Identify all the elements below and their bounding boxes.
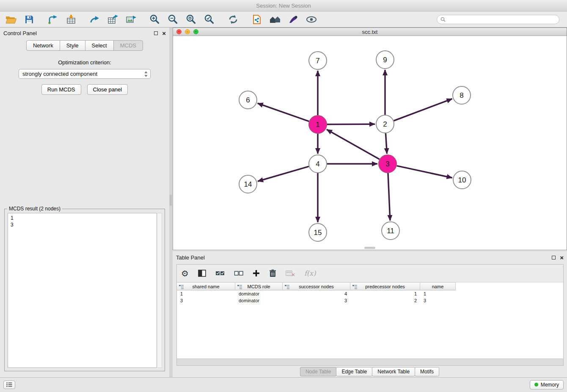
- table-hscrollbar[interactable]: [177, 359, 563, 365]
- network-from-table-icon[interactable]: [104, 13, 122, 26]
- network-window: × – + scc.txt 7968124314101511: [173, 28, 567, 250]
- criterion-value: strongly connected component: [22, 71, 144, 77]
- node-10[interactable]: 10: [453, 171, 471, 189]
- import-network-icon[interactable]: [44, 13, 62, 26]
- canvas-hscrollbar[interactable]: [364, 247, 375, 249]
- create-column-icon[interactable]: [253, 270, 260, 277]
- close-panel-icon[interactable]: ×: [162, 30, 166, 36]
- edge-2-8[interactable]: [394, 99, 452, 121]
- node-3[interactable]: 3: [379, 155, 396, 173]
- tab-edge-table[interactable]: Edge Table: [336, 367, 372, 376]
- app-title: Session: New Session: [256, 3, 311, 9]
- node-label-6: 6: [246, 96, 250, 104]
- refresh-layout-icon[interactable]: [224, 13, 242, 26]
- edge-3-1[interactable]: [327, 130, 380, 159]
- zoom-selected-icon[interactable]: [200, 13, 218, 26]
- search-field[interactable]: [437, 15, 559, 24]
- delete-table-icon[interactable]: [286, 270, 295, 276]
- close-table-panel-icon[interactable]: ×: [560, 254, 564, 261]
- edge-1-6[interactable]: [258, 103, 309, 121]
- tab-select[interactable]: Select: [85, 40, 114, 51]
- table-settings-icon[interactable]: ⚙: [181, 268, 189, 279]
- network-window-titlebar[interactable]: × – + scc.txt: [173, 28, 567, 36]
- zoom-fit-icon[interactable]: [182, 13, 200, 26]
- table-row[interactable]: 3 dominator 3 2 3: [177, 297, 563, 304]
- column-header-successor-nodes[interactable]: successor nodes: [283, 282, 350, 290]
- cell-successor-nodes[interactable]: 4: [283, 291, 350, 296]
- first-neighbors-icon[interactable]: [248, 13, 266, 26]
- home-layout-icon[interactable]: [266, 13, 284, 26]
- select-all-rows-icon[interactable]: [215, 271, 225, 276]
- column-header-shared-name[interactable]: shared name: [177, 282, 235, 290]
- cell-name[interactable]: 3: [420, 298, 456, 303]
- column-header-mcds-role[interactable]: MCDS role: [235, 282, 283, 290]
- table-row[interactable]: 1 dominator 4 1 1: [177, 290, 563, 297]
- edge-3-11[interactable]: [388, 173, 390, 221]
- node-2[interactable]: 2: [376, 115, 394, 133]
- search-input[interactable]: [448, 17, 556, 22]
- panel-splitter[interactable]: [169, 28, 173, 377]
- tab-motifs[interactable]: Motifs: [415, 367, 439, 376]
- import-table-icon[interactable]: [62, 13, 80, 26]
- result-scrollbar[interactable]: [157, 213, 162, 368]
- edge-3-10[interactable]: [397, 166, 452, 178]
- cell-predecessor-nodes[interactable]: 1: [350, 291, 420, 296]
- style-icon[interactable]: [284, 13, 302, 26]
- zoom-out-icon[interactable]: [164, 13, 182, 26]
- window-zoom-icon[interactable]: +: [193, 29, 198, 34]
- window-minimize-icon[interactable]: –: [185, 29, 190, 34]
- node-11[interactable]: 11: [382, 222, 399, 240]
- node-6[interactable]: 6: [239, 91, 257, 109]
- function-builder-icon[interactable]: f(x): [304, 269, 316, 277]
- cell-predecessor-nodes[interactable]: 2: [350, 298, 420, 303]
- memory-button[interactable]: Memory: [530, 380, 564, 389]
- cell-shared-name[interactable]: 1: [177, 291, 235, 296]
- cell-shared-name[interactable]: 3: [177, 298, 235, 303]
- node-1[interactable]: 1: [309, 116, 327, 133]
- window-close-icon[interactable]: ×: [176, 29, 182, 34]
- mcds-result-list[interactable]: 1 3: [8, 213, 157, 368]
- node-14[interactable]: 14: [239, 175, 257, 193]
- export-image-icon[interactable]: [122, 13, 140, 26]
- network-canvas[interactable]: 7968124314101511: [173, 36, 567, 250]
- close-panel-button[interactable]: Close panel: [87, 84, 128, 95]
- cell-mcds-role[interactable]: dominator: [235, 298, 283, 303]
- memory-status-icon: [534, 383, 538, 386]
- node-7[interactable]: 7: [309, 52, 327, 69]
- node-label-11: 11: [387, 227, 394, 235]
- tab-node-table[interactable]: Node Table: [300, 367, 337, 376]
- node-8[interactable]: 8: [453, 86, 471, 104]
- show-columns-icon[interactable]: [198, 270, 206, 277]
- run-mcds-button[interactable]: Run MCDS: [41, 84, 81, 95]
- cell-successor-nodes[interactable]: 3: [283, 298, 350, 303]
- column-header-name[interactable]: name: [420, 282, 456, 290]
- cell-name[interactable]: 1: [420, 291, 456, 296]
- search-icon: [440, 17, 446, 22]
- node-15[interactable]: 15: [309, 224, 327, 241]
- tab-style[interactable]: Style: [60, 40, 85, 51]
- float-panel-icon[interactable]: [154, 31, 158, 35]
- tab-network-table[interactable]: Network Table: [372, 367, 415, 376]
- node-label-8: 8: [460, 91, 463, 99]
- node-label-4: 4: [316, 160, 319, 168]
- cell-mcds-role[interactable]: dominator: [235, 291, 283, 296]
- table-tabs: Node Table Edge Table Network Table Moti…: [173, 366, 567, 377]
- open-session-icon[interactable]: [2, 13, 20, 26]
- tab-network[interactable]: Network: [26, 40, 60, 51]
- edge-2-3[interactable]: [385, 133, 387, 154]
- node-9[interactable]: 9: [376, 51, 394, 69]
- save-session-icon[interactable]: [20, 13, 38, 26]
- tab-mcds[interactable]: MCDS: [113, 40, 143, 51]
- clone-network-icon[interactable]: [85, 13, 104, 26]
- float-table-panel-icon[interactable]: [552, 256, 556, 259]
- criterion-dropdown[interactable]: strongly connected component: [19, 69, 151, 79]
- column-header-predecessor-nodes[interactable]: predecessor nodes: [350, 282, 420, 290]
- edge-1-2[interactable]: [327, 124, 375, 124]
- deselect-all-rows-icon[interactable]: [234, 271, 243, 276]
- delete-column-icon[interactable]: [269, 269, 276, 277]
- edge-4-14[interactable]: [258, 166, 309, 181]
- show-graphics-details-icon[interactable]: [302, 13, 320, 26]
- task-history-icon[interactable]: [3, 381, 15, 389]
- zoom-in-icon[interactable]: [146, 13, 164, 26]
- node-4[interactable]: 4: [309, 155, 327, 173]
